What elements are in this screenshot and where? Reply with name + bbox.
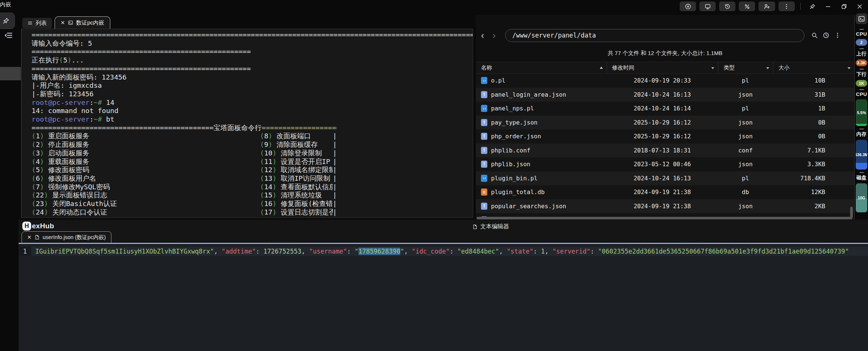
- file-type: json: [718, 133, 773, 140]
- monitor-label: 内存: [856, 131, 867, 138]
- pin-icon: [809, 3, 816, 10]
- monitor-badge[interactable]: 1K: [856, 80, 867, 87]
- menu-item-left: (6) 修改面板用户名: [32, 174, 260, 183]
- download-button[interactable]: [680, 1, 696, 11]
- text-token: 12: [264, 166, 272, 174]
- text-token: ========================================…: [32, 31, 473, 39]
- table-row[interactable]: ‹›o.pl2024-09-19 20:33pl10B: [476, 74, 854, 88]
- table-row[interactable]: Tphplib.json2023-05-12 00:46json3.3KB: [476, 157, 854, 171]
- terminal-line: ========================================…: [32, 65, 473, 73]
- editor-panel: H exHub 文本编辑器 ✕ userInfo.json (数证pc内嵌) 1…: [19, 220, 868, 351]
- monitor-gauge[interactable]: 10G: [856, 183, 867, 212]
- rail-plugin-button[interactable]: [0, 13, 15, 29]
- menu-border-pipe: |: [333, 149, 337, 158]
- table-row[interactable]: ‹›plugin_bin.pl2024-10-24 16:13pl718.4KB: [476, 171, 854, 186]
- tab-list[interactable]: 列表: [22, 18, 52, 28]
- text-token: 24: [36, 208, 44, 216]
- pin-button[interactable]: [806, 1, 819, 11]
- menu-border-pipe: |: [333, 166, 337, 174]
- table-row[interactable]: Tpopular_searches.json2024-09-19 21:38js…: [476, 199, 854, 213]
- editor-tab[interactable]: ✕ userInfo.json (数证pc内嵌): [22, 231, 111, 243]
- terminal-panel[interactable]: ========================================…: [21, 29, 473, 218]
- monitor-badge[interactable]: 3.3K: [856, 59, 867, 66]
- file-name-cell: Tphplib.json: [476, 161, 607, 168]
- table-row[interactable]: ‹›panel_nps.pl2024-10-24 16:14pl1B: [476, 102, 854, 116]
- file-size: 0B: [773, 133, 854, 140]
- resize-handle[interactable]: [859, 89, 864, 90]
- monitor-badge[interactable]: 2: [856, 39, 867, 46]
- rail-selected-item[interactable]: [0, 67, 21, 80]
- close-tab-icon[interactable]: ✕: [61, 20, 65, 25]
- file-name: o.pl: [491, 77, 505, 84]
- column-header-名称[interactable]: 名称: [476, 62, 607, 73]
- sort-icons[interactable]: [711, 66, 714, 69]
- text-token: 14: command not found: [32, 107, 118, 115]
- restore-button[interactable]: [838, 1, 850, 11]
- menu-item-left: (1) 重启面板服务: [32, 132, 260, 141]
- file-time: 2025-10-29 16:12: [607, 133, 718, 140]
- file-name: php_order.json: [491, 133, 541, 140]
- table-row[interactable]: ≡plugin_total.db2024-09-19 21:38db12KB: [476, 185, 854, 199]
- monitor-gauge[interactable]: 5.5%: [856, 99, 867, 126]
- table-row[interactable]: Tpay_type.json2025-10-29 16:12json0B: [476, 116, 854, 130]
- file-time: 2024-09-19 20:33: [607, 77, 718, 84]
- text-token: ): [272, 149, 276, 157]
- path-input[interactable]: /www/server/panel/data: [505, 29, 804, 42]
- close-tab-icon[interactable]: ✕: [27, 235, 32, 240]
- more-menu-icon[interactable]: [834, 32, 841, 39]
- column-header-类型[interactable]: 类型: [718, 62, 773, 73]
- resize-handle[interactable]: [859, 48, 864, 49]
- menu-border-pipe: |: [333, 200, 337, 208]
- monitor-label: 上行: [856, 51, 867, 57]
- editor-panel-title-label: 文本编辑器: [480, 223, 509, 231]
- search-icon[interactable]: [811, 32, 818, 39]
- sort-asc-icon[interactable]: [600, 67, 603, 69]
- resize-handle[interactable]: [859, 69, 864, 70]
- file-name: plugin_bin.pl: [491, 175, 537, 182]
- vertical-scrollbar[interactable]: [850, 207, 853, 218]
- file-name-cell: Tphplib.conf: [476, 147, 607, 154]
- text-token: ): [40, 132, 44, 140]
- back-icon[interactable]: ‹: [481, 30, 484, 40]
- history-button[interactable]: [719, 1, 735, 11]
- history-icon[interactable]: [823, 32, 829, 39]
- text-token: 9: [264, 141, 268, 148]
- display-button[interactable]: [699, 1, 716, 11]
- text-token: ): [40, 174, 44, 182]
- forward-icon[interactable]: ›: [492, 30, 496, 40]
- table-row[interactable]: Tpanel_login_area.json2024-10-24 16:13js…: [476, 88, 854, 102]
- more-button[interactable]: [778, 1, 795, 11]
- text-token: 清理系统垃圾: [277, 191, 322, 199]
- collapse-sidebar-icon[interactable]: [4, 31, 13, 39]
- terminal-shortcut-button[interactable]: [856, 13, 867, 24]
- user-up-button[interactable]: [758, 1, 775, 11]
- code-area[interactable]: 1 IGuibriEPVTQbQ8Sqf5sm1IiusyH1XObZlvhBI…: [19, 244, 868, 351]
- tab-terminal-active[interactable]: ✕ 数证pc内嵌: [55, 16, 110, 29]
- table-row[interactable]: Tphp_order.json2025-10-29 16:12json0B: [476, 129, 854, 144]
- sort-icons[interactable]: [766, 66, 769, 69]
- file-type: pl: [718, 77, 773, 84]
- sort-icons[interactable]: [848, 66, 851, 69]
- text-token: ): [40, 183, 44, 191]
- text-token: 停止面板服务: [44, 141, 89, 148]
- text-token: "ed8484bec": [457, 248, 499, 255]
- horizontal-scrollbar[interactable]: [477, 217, 852, 219]
- minimize-button[interactable]: [822, 1, 834, 11]
- resize-handle[interactable]: [859, 129, 864, 129]
- percent-button[interactable]: [739, 1, 755, 11]
- resize-handle[interactable]: [859, 172, 864, 173]
- text-token: 1: [541, 248, 544, 255]
- text-token: IGuibriEPVTQbQ8Sqf5sm1IiusyH1XObZlvhBIYG…: [35, 248, 214, 255]
- resize-handle[interactable]: [859, 29, 864, 30]
- table-row[interactable]: Tphplib.conf2018-07-13 18:31conf7.1KB: [476, 144, 854, 158]
- text-token: 7: [36, 183, 40, 191]
- column-header-修改时间[interactable]: 修改时间: [607, 62, 718, 73]
- column-header-大小[interactable]: 大小: [773, 62, 854, 73]
- file-name: pay_type.json: [491, 119, 537, 126]
- menu-icon: [27, 20, 33, 26]
- text-token: 15: [264, 191, 272, 199]
- file-time: 2024-09-19 21:38: [607, 189, 718, 196]
- monitor-gauge[interactable]: 536.3M: [856, 140, 867, 170]
- close-button[interactable]: [854, 1, 866, 11]
- text-token: 取消IP访问限制: [277, 174, 330, 182]
